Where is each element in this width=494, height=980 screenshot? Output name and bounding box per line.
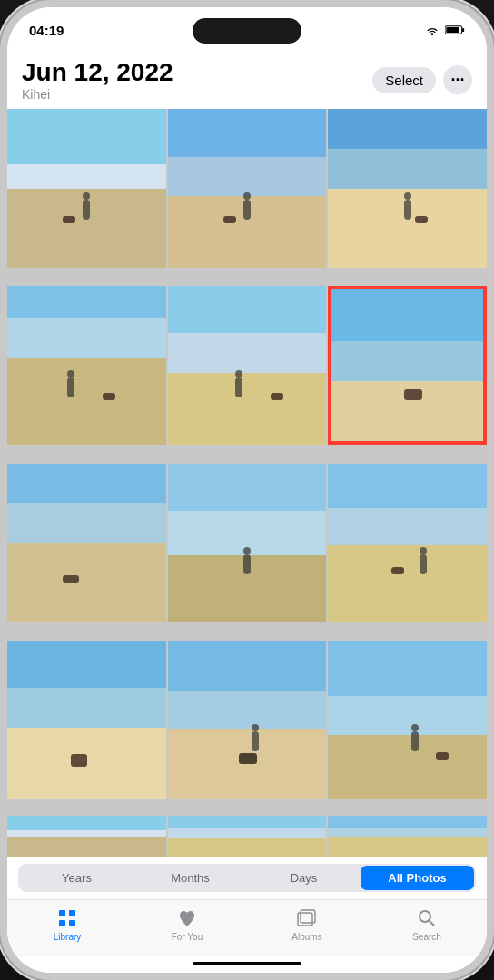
library-icon <box>56 907 78 929</box>
svg-rect-3 <box>59 910 65 916</box>
photo-cell-4[interactable] <box>7 286 166 445</box>
peek-cell-2[interactable] <box>168 816 327 857</box>
photo-cell-10[interactable] <box>7 641 166 799</box>
battery-icon <box>445 24 465 35</box>
photo-grid <box>7 109 487 816</box>
header-buttons: Select ··· <box>372 65 472 94</box>
volume-up-button[interactable] <box>0 189 4 225</box>
svg-rect-2 <box>446 27 459 33</box>
tab-search-label: Search <box>412 932 441 942</box>
segmented-control: Years Months Days All Photos <box>18 864 476 892</box>
photo-cell-2[interactable] <box>168 109 327 268</box>
home-indicator <box>193 962 301 965</box>
svg-line-10 <box>430 921 435 926</box>
header: Jun 12, 2022 Kihei Select ··· <box>7 53 487 109</box>
wifi-icon <box>425 24 440 35</box>
tab-library[interactable]: Library <box>7 907 127 942</box>
seg-years[interactable]: Years <box>20 866 133 890</box>
tab-search[interactable]: Search <box>367 907 487 942</box>
tab-for-you-label: For You <box>172 932 203 942</box>
seg-months[interactable]: Months <box>133 866 247 890</box>
more-button[interactable]: ··· <box>443 65 472 94</box>
volume-down-button[interactable] <box>0 243 4 279</box>
select-button[interactable]: Select <box>372 67 436 93</box>
tab-library-label: Library <box>54 932 82 942</box>
tab-albums[interactable]: Albums <box>247 907 367 942</box>
dynamic-island <box>193 18 301 44</box>
header-date: Jun 12, 2022 <box>22 58 173 87</box>
photo-cell-1[interactable] <box>7 109 166 268</box>
header-date-location: Jun 12, 2022 Kihei <box>22 58 173 102</box>
photo-cell-11[interactable] <box>168 641 327 799</box>
svg-rect-5 <box>59 920 65 926</box>
photo-cell-12[interactable] <box>328 641 487 799</box>
photo-cell-6[interactable] <box>328 286 487 445</box>
bottom-section: Years Months Days All Photos Library <box>7 816 487 973</box>
status-icons <box>425 24 465 35</box>
photo-cell-5[interactable] <box>168 286 327 445</box>
seg-all-photos[interactable]: All Photos <box>361 866 474 890</box>
phone-frame: 04:19 Jun 12, 2022 Kihei Se <box>0 0 494 980</box>
photo-cell-9[interactable] <box>328 464 487 622</box>
peek-cell-1[interactable] <box>7 816 166 857</box>
tab-for-you[interactable]: For You <box>127 907 247 942</box>
seg-days[interactable]: Days <box>247 866 361 890</box>
albums-icon <box>296 907 318 929</box>
status-time: 04:19 <box>29 23 64 38</box>
tab-bar: Library For You Albums <box>7 899 487 956</box>
peek-row <box>7 816 487 857</box>
header-location: Kihei <box>22 87 173 102</box>
photo-cell-8[interactable] <box>168 464 327 622</box>
photo-cell-7[interactable] <box>7 464 166 622</box>
svg-rect-6 <box>69 920 75 926</box>
power-button[interactable] <box>490 216 494 279</box>
svg-rect-1 <box>462 28 464 32</box>
svg-rect-4 <box>69 910 75 916</box>
tab-albums-label: Albums <box>291 932 321 942</box>
photo-cell-3[interactable] <box>328 109 487 268</box>
search-icon <box>416 907 438 929</box>
peek-cell-3[interactable] <box>328 816 487 857</box>
main-content: Jun 12, 2022 Kihei Select ··· <box>7 53 487 973</box>
for-you-icon <box>176 907 198 929</box>
